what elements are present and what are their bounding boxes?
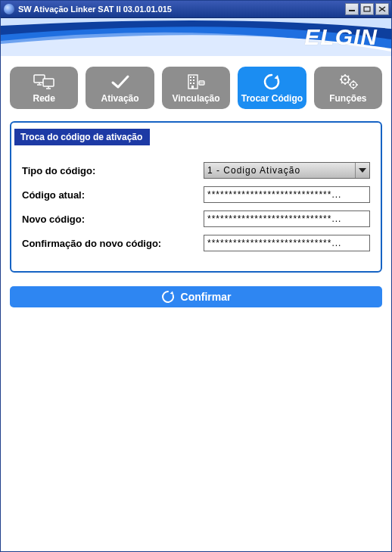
window-buttons: [345, 3, 391, 15]
nav-label: Rede: [33, 94, 55, 103]
refresh-icon: [161, 290, 175, 304]
nav-label: Funções: [329, 94, 366, 103]
building-icon: [186, 73, 206, 91]
row-atual: Código atual:: [22, 186, 370, 203]
panel-body: Tipo do código: Código atual: N: [11, 150, 381, 271]
input-novo-codigo[interactable]: [204, 211, 370, 227]
input-codigo-atual[interactable]: [204, 186, 370, 203]
gears-icon: [338, 73, 359, 91]
nav-funcoes[interactable]: Funções: [314, 67, 382, 109]
svg-rect-13: [190, 80, 191, 81]
svg-line-27: [347, 83, 349, 84]
svg-rect-1: [364, 7, 370, 11]
monitors-icon: [33, 73, 54, 91]
svg-point-21: [344, 79, 346, 81]
nav-vinculacao[interactable]: Vinculação: [162, 67, 230, 109]
check-icon: [110, 73, 130, 91]
label-atual: Código atual:: [22, 189, 196, 201]
svg-rect-15: [190, 83, 191, 84]
change-code-panel: Troca do código de ativação Tipo do códi…: [10, 121, 382, 273]
select-tipo[interactable]: [204, 162, 370, 179]
minimize-button[interactable]: [345, 3, 359, 15]
main-nav: Rede Ativação: [10, 67, 382, 109]
nav-label: Ativação: [101, 94, 139, 103]
nav-ativacao[interactable]: Ativação: [86, 67, 154, 109]
confirm-button[interactable]: Confirmar: [10, 286, 382, 307]
svg-line-26: [341, 76, 343, 77]
svg-rect-16: [193, 83, 194, 84]
label-novo: Novo código:: [22, 214, 196, 225]
svg-line-28: [347, 76, 349, 77]
svg-rect-7: [43, 79, 54, 86]
nav-label: Vinculação: [172, 94, 219, 103]
row-tipo: Tipo do código:: [22, 162, 370, 179]
nav-rede[interactable]: Rede: [10, 67, 78, 109]
nav-label: Trocar Código: [241, 94, 303, 103]
label-confirmacao: Confirmação do novo código:: [22, 238, 196, 249]
header-banner: ELGIN: [1, 18, 391, 56]
row-novo: Novo código:: [22, 211, 370, 227]
content-area: Rede Ativação: [1, 56, 391, 551]
svg-rect-17: [191, 86, 194, 89]
maximize-button[interactable]: [360, 3, 374, 15]
refresh-icon: [262, 73, 282, 91]
svg-point-31: [353, 84, 354, 86]
input-confirmacao[interactable]: [204, 235, 370, 251]
app-icon: [4, 4, 14, 14]
select-tipo-wrap: [204, 162, 370, 179]
app-window: SW Ativação Linker SAT II 03.01.01.015 E…: [0, 0, 392, 552]
svg-rect-11: [190, 76, 191, 78]
panel-title: Troca do código de ativação: [14, 129, 150, 145]
title-bar: SW Ativação Linker SAT II 03.01.01.015: [1, 1, 391, 18]
row-confirmacao: Confirmação do novo código:: [22, 235, 370, 251]
window-title: SW Ativação Linker SAT II 03.01.01.015: [18, 5, 345, 14]
confirm-label: Confirmar: [181, 291, 232, 303]
nav-trocar-codigo[interactable]: Trocar Código: [238, 67, 306, 109]
label-tipo: Tipo do código:: [22, 165, 196, 176]
brand-label: ELGIN: [304, 24, 378, 50]
svg-rect-12: [193, 76, 194, 78]
svg-line-29: [341, 83, 343, 84]
svg-rect-14: [193, 80, 194, 81]
close-button[interactable]: [375, 3, 389, 15]
